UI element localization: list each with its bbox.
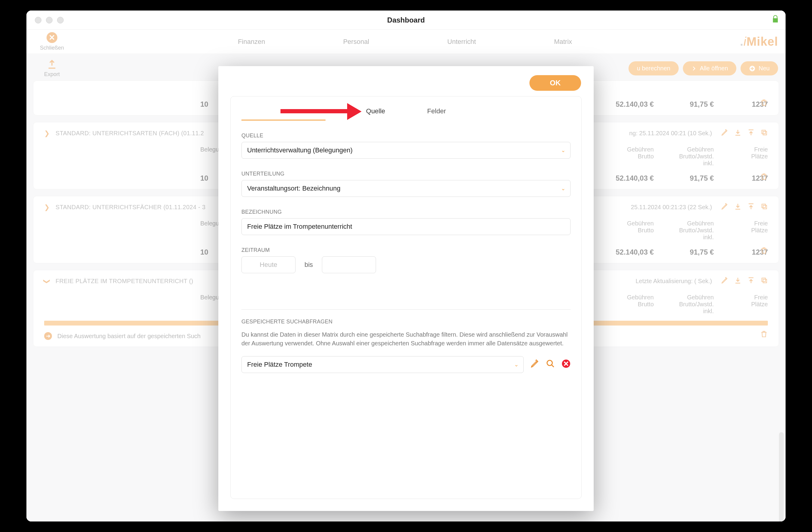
- clear-icon[interactable]: [562, 359, 570, 370]
- label-unterteilung: UNTERTEILUNG: [242, 171, 570, 177]
- window-min-dot[interactable]: [46, 17, 53, 24]
- label-zeitraum: ZEITRAUM: [242, 247, 570, 253]
- chevron-down-icon: ⌄: [561, 147, 565, 154]
- saved-query-select[interactable]: Freie Plätze Trompete ⌄: [242, 356, 524, 373]
- date-from-input[interactable]: Heute: [242, 256, 295, 273]
- svg-point-7: [547, 360, 553, 365]
- window-close-dot[interactable]: [35, 17, 41, 24]
- app-window: Dashboard ✕ Schließen Finanzen Personal …: [26, 11, 786, 521]
- bezeichnung-input[interactable]: Freie Plätze im Trompetenunterricht: [242, 218, 570, 235]
- date-to-input[interactable]: [322, 256, 376, 273]
- chevron-down-icon: ⌄: [561, 185, 565, 192]
- label-quelle: QUELLE: [242, 132, 570, 139]
- tab-felder[interactable]: Felder: [427, 107, 446, 115]
- unterteilung-select[interactable]: Veranstaltungsort: Bezeichnung ⌄: [242, 180, 570, 197]
- saved-help-text: Du kannst die Daten in dieser Matrix dur…: [242, 330, 570, 348]
- search-icon[interactable]: [546, 359, 555, 370]
- titlebar: Dashboard: [26, 11, 786, 30]
- edit-dialog: OK Quelle Felder QUELLE Unterrichtsverwa…: [218, 66, 594, 511]
- quelle-select[interactable]: Unterrichtsverwaltung (Belegungen) ⌄: [242, 142, 570, 159]
- bis-label: bis: [304, 261, 313, 269]
- page-title: Dashboard: [387, 16, 425, 24]
- window-controls: [35, 17, 64, 24]
- tab-quelle[interactable]: Quelle: [366, 107, 385, 115]
- ok-button[interactable]: OK: [530, 75, 581, 91]
- label-saved: GESPEICHERTE SUCHABFRAGEN: [242, 319, 570, 325]
- window-max-dot[interactable]: [57, 17, 64, 24]
- pencil-icon[interactable]: [530, 359, 539, 370]
- lock-icon: [771, 15, 780, 23]
- chevron-down-icon: ⌄: [514, 361, 519, 368]
- dialog-tabs: Quelle Felder: [242, 107, 570, 121]
- label-bezeichnung: BEZEICHNUNG: [242, 209, 570, 215]
